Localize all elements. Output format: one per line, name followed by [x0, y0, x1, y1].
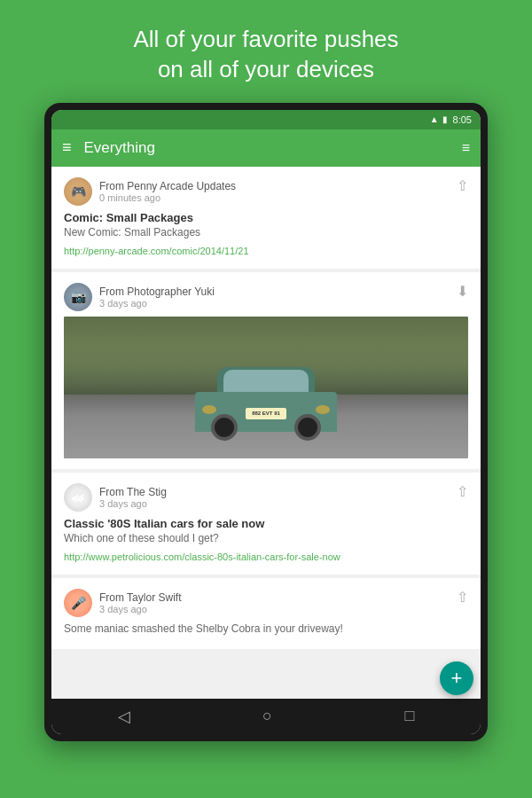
- card-title: Comic: Small Packages: [64, 211, 468, 224]
- card-header: 🏎 From The Stig 3 days ago ⇧: [64, 483, 468, 512]
- card-header: 🎮 From Penny Arcade Updates 0 minutes ag…: [64, 177, 468, 206]
- page-header: All of your favorite pushes on all of yo…: [98, 0, 434, 103]
- device-screen: ▲ ▮ 8:05 ≡ Everything ≡ 🎮: [51, 110, 481, 734]
- app-toolbar: ≡ Everything ≡: [51, 129, 481, 167]
- avatar-penny-arcade: 🎮: [64, 177, 92, 206]
- source-info: 📷 From Photographer Yuki 3 days ago: [64, 283, 215, 311]
- card-body: Some maniac smashed the Shelby Cobra in …: [64, 622, 468, 635]
- source-time: 3 days ago: [99, 498, 167, 509]
- car-body: 882 EVT 91: [195, 370, 337, 432]
- card-stig: 🏎 From The Stig 3 days ago ⇧ Classic '80…: [51, 473, 481, 575]
- avatar-face: 🎤: [64, 589, 92, 617]
- source-name: From Photographer Yuki: [99, 286, 215, 298]
- car-image: 882 EVT 91: [64, 317, 468, 458]
- recent-button[interactable]: □: [387, 700, 432, 732]
- car-plate: 882 EVT 91: [246, 408, 286, 419]
- card-penny-arcade: 🎮 From Penny Arcade Updates 0 minutes ag…: [51, 167, 481, 269]
- card-header: 📷 From Photographer Yuki 3 days ago ⬇: [64, 283, 468, 311]
- avatar-photographer: 📷: [64, 283, 92, 311]
- source-info: 🎤 From Taylor Swift 3 days ago: [64, 589, 181, 617]
- feed-container: 🎮 From Penny Arcade Updates 0 minutes ag…: [51, 167, 481, 699]
- source-info: 🎮 From Penny Arcade Updates 0 minutes ag…: [64, 177, 236, 206]
- battery-icon: ▮: [442, 114, 448, 124]
- source-time: 3 days ago: [99, 298, 215, 309]
- status-bar: ▲ ▮ 8:05: [51, 110, 481, 129]
- nav-bar: ◁ ○ □: [51, 699, 481, 734]
- status-time: 8:05: [453, 114, 472, 125]
- card-link[interactable]: http://penny-arcade.com/comic/2014/11/21: [64, 246, 249, 256]
- device-frame: ▲ ▮ 8:05 ≡ Everything ≡ 🎮: [44, 103, 488, 741]
- source-name: From Penny Arcade Updates: [99, 180, 236, 192]
- avatar-taylor: 🎤: [64, 589, 92, 617]
- source-info: 🏎 From The Stig 3 days ago: [64, 483, 167, 512]
- share-icon[interactable]: ⇧: [457, 177, 468, 194]
- home-button[interactable]: ○: [245, 700, 290, 732]
- car-wheel-right: [294, 414, 321, 441]
- card-body: Which one of these should I get?: [64, 532, 468, 544]
- card-header: 🎤 From Taylor Swift 3 days ago ⇧: [64, 589, 468, 617]
- avatar-stig: 🏎: [64, 483, 92, 512]
- card-body: New Comic: Small Packages: [64, 226, 468, 239]
- source-meta: From Taylor Swift 3 days ago: [99, 591, 181, 614]
- source-name: From Taylor Swift: [99, 591, 181, 604]
- source-meta: From Penny Arcade Updates 0 minutes ago: [99, 180, 236, 203]
- filter-icon[interactable]: ≡: [462, 140, 470, 156]
- card-photographer: 📷 From Photographer Yuki 3 days ago ⬇: [51, 272, 481, 469]
- download-icon[interactable]: ⬇: [457, 283, 468, 300]
- wifi-icon: ▲: [430, 114, 439, 124]
- source-time: 0 minutes ago: [99, 192, 236, 203]
- source-meta: From The Stig 3 days ago: [99, 486, 167, 509]
- card-taylor: 🎤 From Taylor Swift 3 days ago ⇧ Some ma…: [51, 578, 481, 649]
- car-headlight-right: [316, 405, 330, 414]
- avatar-face: 🎮: [64, 177, 92, 206]
- share-icon[interactable]: ⇧: [457, 589, 468, 606]
- car-scene: 882 EVT 91: [64, 317, 468, 458]
- share-icon[interactable]: ⇧: [457, 483, 468, 500]
- car-windshield: [223, 370, 309, 395]
- card-link[interactable]: http://www.petrolicious.com/classic-80s-…: [64, 552, 340, 562]
- toolbar-title: Everything: [84, 139, 462, 157]
- fab-button[interactable]: +: [440, 661, 473, 695]
- car-headlight-left: [202, 405, 216, 414]
- menu-icon[interactable]: ≡: [62, 138, 72, 157]
- source-time: 3 days ago: [99, 604, 181, 614]
- avatar-face: 🏎: [64, 483, 92, 512]
- car-wheel-left: [211, 414, 238, 441]
- source-name: From The Stig: [99, 486, 167, 498]
- source-meta: From Photographer Yuki 3 days ago: [99, 286, 215, 309]
- status-icons: ▲ ▮: [430, 114, 448, 124]
- back-button[interactable]: ◁: [100, 700, 148, 733]
- avatar-face: 📷: [64, 283, 92, 311]
- card-title: Classic '80S Italian cars for sale now: [64, 517, 468, 530]
